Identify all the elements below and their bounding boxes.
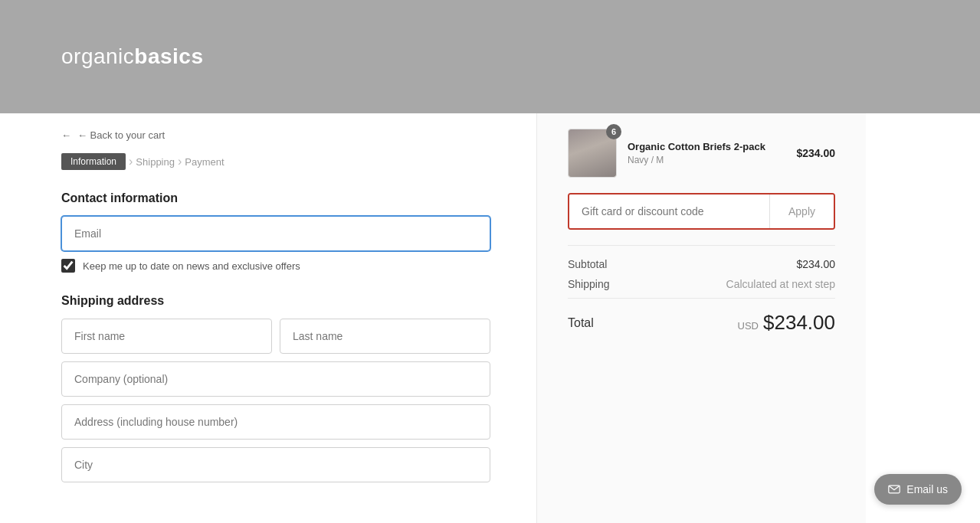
site-logo: organicbasics (61, 44, 204, 69)
breadcrumb: Information › Shipping › Payment (61, 153, 490, 170)
shipping-value: Calculated at next step (726, 278, 835, 290)
breadcrumb-separator-2: › (178, 155, 182, 168)
product-price: $234.00 (796, 147, 835, 159)
city-field[interactable] (61, 447, 490, 482)
product-quantity-badge: 6 (606, 124, 621, 139)
product-variant: Navy / M (628, 155, 785, 165)
newsletter-checkbox[interactable] (61, 259, 75, 273)
back-to-cart-link[interactable]: ← ← Back to your cart (61, 129, 165, 141)
email-field[interactable] (61, 216, 490, 251)
address-field[interactable] (61, 404, 490, 440)
logo-bold: basics (134, 44, 203, 68)
first-name-field[interactable] (61, 319, 272, 354)
product-row: 6 Organic Cotton Briefs 2-pack Navy / M … (568, 129, 835, 178)
city-form-group (61, 447, 490, 482)
total-label: Total (568, 316, 594, 330)
shipping-row: Shipping Calculated at next step (568, 278, 835, 290)
discount-code-input[interactable] (569, 194, 769, 228)
shipping-section-title: Shipping address (61, 294, 490, 308)
product-name: Organic Cotton Briefs 2-pack (628, 141, 785, 152)
breadcrumb-separator-1: › (129, 155, 133, 168)
shipping-label: Shipping (568, 278, 610, 290)
breadcrumb-information[interactable]: Information (61, 153, 126, 170)
company-field[interactable] (61, 361, 490, 397)
product-info: Organic Cotton Briefs 2-pack Navy / M (628, 141, 785, 165)
totals-section: Subtotal $234.00 Shipping Calculated at … (568, 245, 835, 335)
subtotal-value: $234.00 (796, 258, 835, 270)
total-row: Total USD $234.00 (568, 298, 835, 335)
newsletter-label: Keep me up to date on news and exclusive… (83, 260, 300, 272)
discount-code-box: Apply (568, 193, 835, 230)
address-form-group (61, 404, 490, 440)
order-summary-panel: 6 Organic Cotton Briefs 2-pack Navy / M … (536, 113, 866, 523)
subtotal-row: Subtotal $234.00 (568, 258, 835, 270)
newsletter-row: Keep me up to date on news and exclusive… (61, 259, 490, 273)
total-value-wrap: USD $234.00 (738, 311, 835, 335)
total-currency: USD (738, 320, 759, 332)
back-arrow-icon: ← (61, 129, 71, 141)
checkout-form-panel: ← ← Back to your cart Information › Ship… (0, 113, 536, 523)
company-form-group (61, 361, 490, 397)
email-icon (888, 485, 900, 494)
site-header: organicbasics (0, 0, 980, 113)
total-amount: $234.00 (763, 311, 835, 335)
name-row (61, 319, 490, 354)
apply-discount-button[interactable]: Apply (769, 194, 834, 228)
email-us-button[interactable]: Email us (874, 474, 962, 505)
last-name-field[interactable] (280, 319, 490, 354)
product-image-wrap: 6 (568, 129, 617, 178)
breadcrumb-payment[interactable]: Payment (185, 156, 224, 168)
subtotal-label: Subtotal (568, 258, 607, 270)
contact-section-title: Contact information (61, 191, 490, 205)
back-link-text: ← Back to your cart (77, 129, 165, 141)
email-us-label: Email us (906, 483, 948, 495)
breadcrumb-shipping[interactable]: Shipping (136, 156, 175, 168)
logo-regular: organic (61, 44, 134, 68)
email-form-group (61, 216, 490, 251)
